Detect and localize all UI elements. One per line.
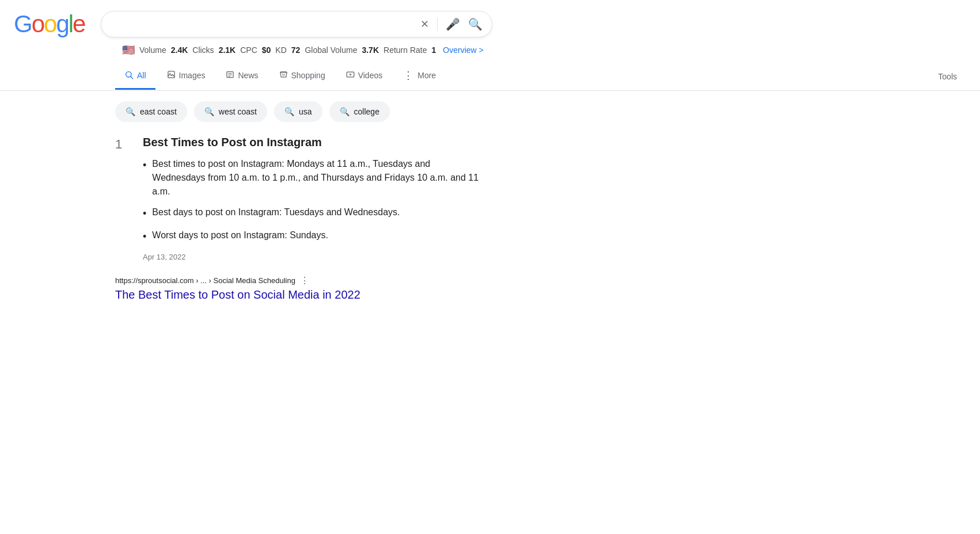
search-submit-icon[interactable]: 🔍 [468,17,483,31]
logo-o2: o [44,10,56,37]
main-content: 🔍 east coast 🔍 west coast 🔍 usa 🔍 colleg… [0,91,495,326]
tab-shopping-label: Shopping [291,71,325,80]
tab-all-label: All [137,71,146,80]
chip-search-icon-east-coast: 🔍 [126,107,135,116]
chip-college-label: college [354,107,379,116]
chip-usa-label: usa [299,107,312,116]
all-tab-icon [124,70,134,81]
snippet-body: Best Times to Post on Instagram • Best t… [143,136,481,261]
videos-tab-icon [346,70,355,81]
logo-g: G [14,10,32,37]
tab-images[interactable]: Images [158,63,215,89]
chip-east-coast[interactable]: 🔍 east coast [115,101,187,122]
tab-more[interactable]: ⋮ More [394,62,445,90]
images-tab-icon [167,70,176,81]
clear-icon[interactable]: ✕ [420,18,429,30]
global-volume-value: 3.7K [362,45,379,55]
svg-point-3 [169,73,170,74]
search-result-1: https://sproutsocial.com › ... › Social … [115,275,481,302]
chip-college[interactable]: 🔍 college [329,101,390,122]
volume-value: 2.4K [171,45,188,55]
chip-search-icon-west-coast: 🔍 [204,107,214,116]
tab-images-label: Images [179,71,206,80]
result-more-icon[interactable]: ⋮ [300,275,309,286]
bullet-dot-2: • [143,206,146,222]
chip-search-icon-college: 🔍 [340,107,350,116]
overview-link[interactable]: Overview > [443,45,483,55]
snippet-bullet-1-text: Best times to post on Instagram: Mondays… [152,157,481,199]
metrics-bar: 🇺🇸 Volume 2.4K Clicks 2.1K CPC $0 KD 72 … [0,38,980,62]
google-logo: Google [14,10,85,38]
header: Google best time of day to post on insta… [0,0,980,38]
snippet-bullet-2-text: Best days to post on Instagram: Tuesdays… [152,205,400,219]
svg-line-1 [131,77,133,79]
snippet-bullet-3: • Worst days to post on Instagram: Sunda… [143,228,481,245]
logo-g2: g [56,10,68,37]
logo-o1: o [32,10,44,37]
flag-icon: 🇺🇸 [122,44,135,56]
suggestion-chips: 🔍 east coast 🔍 west coast 🔍 usa 🔍 colleg… [115,101,481,122]
more-tab-icon: ⋮ [403,69,414,82]
global-volume-label: Global Volume [305,45,357,55]
icon-divider [437,17,438,31]
tab-more-label: More [417,71,436,80]
nav-tabs: All Images News [0,62,980,91]
search-input[interactable]: best time of day to post on instagram [111,18,420,30]
chip-usa[interactable]: 🔍 usa [274,101,322,122]
clicks-label: Clicks [192,45,214,55]
microphone-icon[interactable]: 🎤 [446,17,460,31]
featured-snippet: 1 Best Times to Post on Instagram • Best… [115,136,481,261]
snippet-number: 1 [115,136,131,261]
tab-videos[interactable]: Videos [337,63,392,89]
tab-all[interactable]: All [115,63,155,90]
snippet-date: Apr 13, 2022 [143,253,481,261]
return-rate-label: Return Rate [383,45,427,55]
shopping-tab-icon [279,70,288,81]
volume-label: Volume [139,45,166,55]
news-tab-icon [226,70,234,81]
tab-videos-label: Videos [358,71,383,80]
clicks-value: 2.1K [219,45,236,55]
result-url-row: https://sproutsocial.com › ... › Social … [115,275,481,286]
result-url: https://sproutsocial.com › ... › Social … [115,276,295,285]
tab-shopping[interactable]: Shopping [270,63,335,89]
chip-search-icon-usa: 🔍 [284,107,294,116]
snippet-title: Best Times to Post on Instagram [143,136,481,149]
tools-button[interactable]: Tools [929,65,966,88]
chip-east-coast-label: east coast [140,107,177,116]
cpc-label: CPC [240,45,257,55]
snippet-bullet-3-text: Worst days to post on Instagram: Sundays… [152,228,328,242]
cpc-value: $0 [262,45,271,55]
search-icons: ✕ 🎤 🔍 [420,17,483,31]
snippet-bullet-1: • Best times to post on Instagram: Monda… [143,157,481,199]
return-rate-value: 1 [432,45,436,55]
tab-news-label: News [238,71,258,80]
logo-e: e [73,10,85,37]
kd-label: KD [275,45,286,55]
chip-west-coast[interactable]: 🔍 west coast [194,101,267,122]
result-title[interactable]: The Best Times to Post on Social Media i… [115,288,360,301]
search-bar: best time of day to post on instagram ✕ … [101,11,492,37]
tab-news[interactable]: News [216,63,267,89]
svg-marker-9 [350,74,352,76]
logo-l: l [69,10,73,37]
snippet-list: • Best times to post on Instagram: Monda… [143,157,481,245]
chip-west-coast-label: west coast [219,107,257,116]
snippet-bullet-2: • Best days to post on Instagram: Tuesda… [143,205,481,222]
kd-value: 72 [291,45,301,55]
bullet-dot-3: • [143,229,146,245]
bullet-dot-1: • [143,158,146,173]
